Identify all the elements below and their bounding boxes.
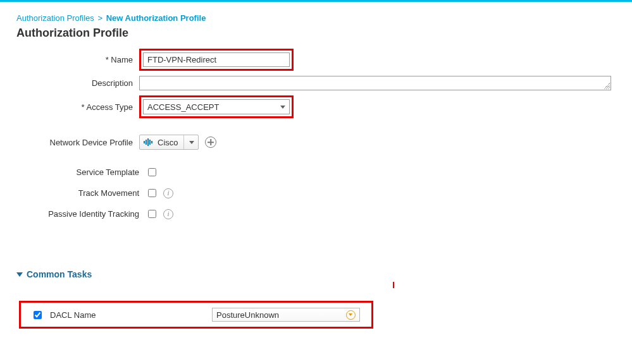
ndp-value: Cisco (158, 138, 178, 147)
ndp-select[interactable]: Cisco (139, 135, 199, 150)
dacl-value: PostureUnknown (216, 310, 279, 320)
add-ndp-button[interactable] (205, 136, 216, 148)
red-marker (393, 282, 394, 288)
row-passive-identity: Passive Identity Tracking i (0, 208, 632, 220)
description-input[interactable] (139, 76, 611, 90)
chevron-down-icon (280, 106, 285, 109)
track-movement-checkbox[interactable] (148, 189, 156, 197)
dacl-checkbox[interactable] (34, 311, 42, 319)
passive-identity-checkbox[interactable] (148, 210, 156, 218)
chevron-down-icon (189, 141, 194, 144)
cisco-logo-icon (144, 138, 154, 146)
ndp-label: Network Device Profile (0, 138, 139, 147)
access-type-select[interactable]: ACCESS_ACCEPT (143, 99, 290, 114)
highlight-name (139, 49, 294, 71)
chevron-down-circle-icon (346, 310, 356, 320)
page-title: Authorization Profile (16, 27, 632, 40)
access-type-value: ACCESS_ACCEPT (147, 102, 219, 112)
service-template-label: Service Template (0, 167, 146, 177)
row-network-device-profile: Network Device Profile Cisco (0, 135, 632, 150)
track-movement-label: Track Movement (0, 188, 146, 198)
collapse-triangle-icon (16, 272, 23, 277)
divider (183, 135, 184, 149)
service-template-checkbox[interactable] (148, 168, 156, 176)
highlight-access-type: ACCESS_ACCEPT (139, 95, 294, 118)
dacl-select[interactable]: PostureUnknown (212, 308, 360, 322)
name-label: * Name (0, 55, 139, 64)
description-label: Description (0, 78, 139, 88)
name-input[interactable] (143, 52, 290, 67)
breadcrumb-parent-link[interactable]: Authorization Profiles (16, 13, 94, 23)
breadcrumb-current: New Authorization Profile (106, 13, 206, 23)
row-service-template: Service Template (0, 166, 632, 178)
accent-bar (0, 0, 632, 2)
common-tasks-header[interactable]: Common Tasks (16, 269, 632, 279)
info-icon[interactable]: i (163, 188, 173, 198)
common-tasks-title: Common Tasks (27, 269, 92, 279)
passive-identity-label: Passive Identity Tracking (0, 209, 146, 219)
breadcrumb-separator: > (96, 13, 104, 23)
info-icon[interactable]: i (163, 209, 173, 219)
row-description: Description (0, 76, 632, 90)
row-dacl-name: DACL Name PostureUnknown (25, 308, 368, 322)
highlight-dacl: DACL Name PostureUnknown (19, 301, 373, 329)
row-track-movement: Track Movement i (0, 187, 632, 199)
access-type-label: * Access Type (0, 102, 139, 112)
row-access-type: * Access Type ACCESS_ACCEPT (0, 95, 632, 118)
dacl-label: DACL Name (50, 310, 96, 320)
breadcrumb: Authorization Profiles > New Authorizati… (0, 13, 632, 23)
row-name: * Name (0, 49, 632, 71)
